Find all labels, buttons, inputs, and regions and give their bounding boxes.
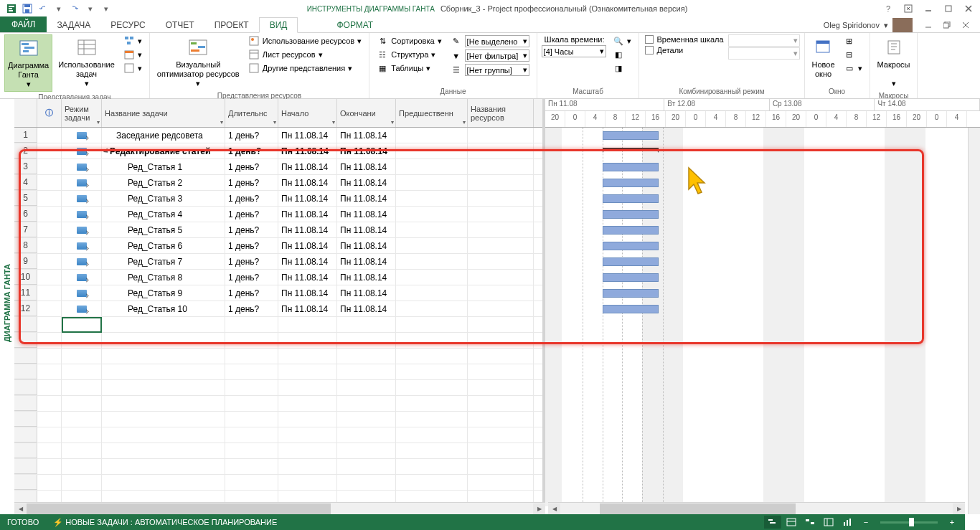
gantt-row[interactable] — [545, 207, 980, 222]
outline-button[interactable]: ☷Структура ▾ — [374, 48, 444, 61]
grid-hscroll[interactable]: ◀ ▶ — [14, 502, 545, 514]
new-window-button[interactable]: Новое окно — [809, 34, 838, 80]
team-planner-button[interactable]: Визуальный оптимизатор ресурсов▾ — [154, 34, 242, 90]
table-row[interactable]: 11Ред_Статья 91 день?Пн 11.08.14Пн 11.08… — [14, 285, 542, 301]
tab-file[interactable]: ФАЙЛ — [0, 16, 47, 32]
gantt-task-bar[interactable] — [603, 289, 659, 298]
view-side-label[interactable]: ДИАГРАММА ГАНТА — [0, 99, 14, 508]
undo-icon[interactable] — [36, 1, 50, 16]
gantt-row[interactable] — [545, 222, 980, 238]
table-row[interactable]: 5Ред_Статья 31 день?Пн 11.08.14Пн 11.08.… — [14, 191, 542, 207]
gantt-task-bar[interactable] — [603, 257, 659, 266]
gantt-row[interactable] — [545, 191, 980, 207]
hide-button[interactable]: ▭▾ — [841, 62, 865, 75]
doc-minimize-icon[interactable] — [921, 19, 936, 31]
filter-combo[interactable]: ▼[Нет фильтра]▾ — [448, 49, 532, 62]
highlight-filter[interactable]: ✎[Не выделено▾ — [448, 34, 532, 48]
minimize-icon[interactable] — [921, 3, 936, 14]
user-dropdown-icon[interactable]: ▾ — [884, 21, 888, 30]
calendar-button[interactable]: ▾ — [121, 48, 145, 61]
table-row[interactable] — [14, 443, 542, 459]
timeline-checkbox[interactable]: Временная шкала — [644, 34, 725, 44]
grid-body[interactable]: 1Заседание редсовета1 день?Пн 11.08.14Пн… — [14, 128, 542, 508]
user-avatar[interactable] — [892, 18, 913, 32]
gantt-task-bar[interactable] — [603, 305, 659, 313]
scroll-right-icon[interactable]: ▶ — [953, 503, 965, 514]
resource-sheet-button[interactable]: Лист ресурсов ▾ — [245, 48, 364, 61]
col-start[interactable]: Начало▾ — [278, 99, 337, 127]
table-row[interactable] — [14, 380, 542, 396]
table-row[interactable] — [14, 349, 542, 364]
gantt-task-bar[interactable] — [603, 163, 659, 171]
user-name[interactable]: Oleg Spiridonov — [824, 21, 880, 29]
table-row[interactable]: 7Ред_Статья 51 день?Пн 11.08.14Пн 11.08.… — [14, 222, 542, 238]
gantt-row[interactable] — [545, 175, 980, 191]
table-row[interactable] — [14, 459, 542, 475]
gantt-task-bar[interactable] — [603, 179, 659, 187]
view-gantt-icon[interactable] — [764, 516, 781, 529]
table-row[interactable]: 4Ред_Статья 21 день?Пн 11.08.14Пн 11.08.… — [14, 175, 542, 191]
macros-button[interactable]: Макросы▾ — [875, 34, 913, 90]
doc-restore-icon[interactable] — [940, 19, 954, 31]
col-resources[interactable]: Названия ресурсов — [468, 99, 534, 127]
tables-button[interactable]: ▦Таблицы ▾ — [374, 62, 444, 75]
task-usage-button[interactable]: Использование задач▾ — [55, 34, 118, 90]
gantt-task-bar[interactable] — [603, 194, 659, 203]
sort-button[interactable]: ⇅Сортировка ▾ — [374, 34, 444, 47]
gantt-summary-bar[interactable] — [603, 148, 659, 153]
entire-project-button[interactable]: ◧ — [610, 48, 634, 61]
table-row[interactable]: 9Ред_Статья 71 день?Пн 11.08.14Пн 11.08.… — [14, 254, 542, 270]
table-row[interactable]: 3Ред_Статья 11 день?Пн 11.08.14Пн 11.08.… — [14, 159, 542, 175]
scroll-right-icon[interactable]: ▶ — [533, 503, 545, 514]
scroll-left-icon[interactable]: ◀ — [548, 503, 560, 514]
timescale-combo[interactable]: [4] Часы▾ — [542, 45, 606, 57]
table-row[interactable]: 12Ред_Статья 101 день?Пн 11.08.14Пн 11.0… — [14, 301, 542, 317]
resource-usage-button[interactable]: Использование ресурсов ▾ — [245, 34, 364, 47]
gantt-task-bar[interactable] — [603, 226, 659, 235]
network-diagram-button[interactable]: ▾ — [121, 34, 145, 47]
redo-dropdown-icon[interactable]: ▾ — [83, 1, 98, 16]
zoom-slider[interactable] — [880, 521, 938, 524]
view-team-icon[interactable] — [801, 516, 819, 529]
view-sheet-icon[interactable] — [820, 516, 837, 529]
table-row[interactable] — [14, 317, 542, 333]
table-row[interactable] — [14, 333, 542, 349]
tab-report[interactable]: ОТЧЕТ — [156, 18, 204, 32]
col-mode[interactable]: Режим задачи▾ — [62, 99, 102, 127]
table-row[interactable] — [14, 427, 542, 443]
gantt-chart-button[interactable]: Диаграмма Ганта▾ — [4, 34, 52, 92]
table-row[interactable]: 10Ред_Статья 81 день?Пн 11.08.14Пн 11.08… — [14, 270, 542, 285]
tab-task[interactable]: ЗАДАЧА — [47, 18, 100, 32]
switch-windows-button[interactable]: ⊞ — [841, 34, 865, 47]
close-icon[interactable] — [961, 3, 976, 14]
view-report-icon[interactable] — [839, 516, 856, 529]
tab-project[interactable]: ПРОЕКТ — [204, 18, 259, 32]
status-newtasks[interactable]: ⚡ НОВЫЕ ЗАДАЧИ : АВТОМАТИЧЕСКОЕ ПЛАНИРОВ… — [46, 518, 284, 527]
col-duration[interactable]: Длительнс▾ — [225, 99, 278, 127]
zoom-out-icon[interactable]: − — [857, 516, 875, 529]
col-finish[interactable]: Окончани▾ — [337, 99, 396, 127]
col-name[interactable]: Название задачи▾ — [102, 99, 225, 127]
gantt-row[interactable] — [545, 254, 980, 270]
col-rownum[interactable] — [14, 99, 37, 127]
scroll-left-icon[interactable]: ◀ — [14, 503, 27, 514]
gantt-row[interactable] — [545, 285, 980, 301]
table-row[interactable]: 6Ред_Статья 41 день?Пн 11.08.14Пн 11.08.… — [14, 207, 542, 222]
tab-resource[interactable]: РЕСУРС — [100, 18, 155, 32]
gantt-row[interactable] — [545, 270, 980, 285]
table-row[interactable]: 2Редактирование статей1 день?Пн 11.08.14… — [14, 143, 542, 159]
gantt-row[interactable] — [545, 143, 980, 159]
gantt-task-bar[interactable] — [603, 242, 659, 250]
table-row[interactable] — [14, 412, 542, 427]
col-info[interactable]: ⓘ — [37, 99, 62, 127]
zoom-button[interactable]: 🔍▾ — [610, 34, 634, 47]
gantt-hscroll[interactable]: ◀ ▶ — [548, 502, 965, 514]
save-icon[interactable] — [20, 1, 34, 16]
table-row[interactable]: 1Заседание редсовета1 день?Пн 11.08.14Пн… — [14, 128, 542, 143]
col-predecessors[interactable]: Предшественн▾ — [396, 99, 468, 127]
gantt-row[interactable] — [545, 159, 980, 175]
view-usage-icon[interactable] — [783, 516, 800, 529]
selected-tasks-button[interactable]: ◨ — [610, 62, 634, 75]
other-views-button[interactable]: ▾ — [121, 62, 145, 75]
zoom-in-icon[interactable]: + — [943, 516, 961, 529]
